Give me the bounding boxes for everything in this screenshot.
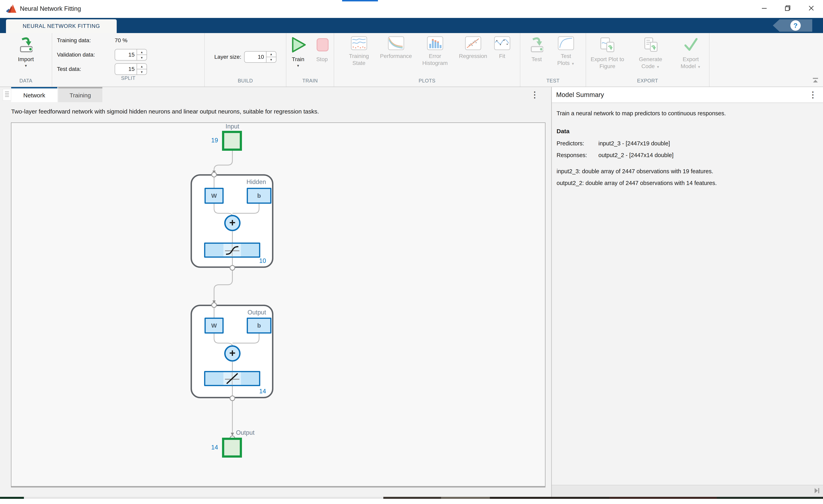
model-summary-title: Model Summary [556, 91, 604, 99]
layer-size-step-down-icon[interactable]: ▼ [267, 57, 276, 62]
data-heading: Data [556, 128, 817, 135]
output-layer-label: Output [248, 309, 266, 316]
minimize-button[interactable] [753, 0, 776, 16]
output-node[interactable] [222, 438, 242, 458]
diagram-connectors [11, 123, 545, 486]
tab-training[interactable]: Training [58, 87, 102, 102]
expand-panel-icon[interactable] [814, 487, 820, 495]
error-histogram-icon [427, 36, 443, 51]
validation-step-down-icon[interactable]: ▼ [137, 55, 147, 60]
export-model-icon [682, 36, 699, 54]
training-data-value: 70 % [115, 37, 128, 44]
import-caret-icon: ▼ [24, 64, 28, 68]
document-options-menu[interactable]: ⋮ [530, 90, 539, 100]
test-data-label: Test data: [57, 66, 115, 72]
generate-code-icon [642, 36, 659, 54]
export-model-label: Export Model▼ [676, 56, 705, 70]
test-button: Test [526, 36, 547, 63]
input-node-label: Input [218, 123, 246, 130]
input-node[interactable] [222, 131, 242, 151]
test-data-input[interactable] [115, 64, 137, 74]
collapse-ribbon-button[interactable] [812, 77, 819, 85]
section-label-plots: PLOTS [336, 78, 518, 87]
section-train: Train ▼ Stop TRAIN [286, 33, 334, 87]
matlab-logo-icon [6, 4, 17, 15]
sigmoid-activation-icon [223, 244, 241, 257]
hidden-layer-size: 10 [259, 257, 266, 265]
hidden-activation-box[interactable] [204, 242, 260, 258]
layer-size-input[interactable] [244, 51, 266, 62]
test-plots-caret-icon: ▼ [571, 62, 575, 66]
test-step-down-icon[interactable]: ▼ [137, 69, 147, 74]
predictors-row: Predictors: input2_3 - [2447x19 double] [556, 140, 817, 147]
background-window-accent [342, 0, 378, 1]
validation-data-input[interactable] [115, 49, 137, 60]
stop-button: Stop [311, 36, 333, 63]
output-bias-box[interactable]: b [247, 318, 272, 334]
output-sum-node[interactable]: + [224, 345, 240, 362]
linear-activation-icon [223, 372, 241, 385]
export-plot-label: Export Plot to Figure [590, 56, 625, 70]
error-histogram-label: Error Histogram [420, 52, 450, 66]
validation-data-spinner[interactable]: ▲ ▼ [115, 49, 147, 60]
performance-icon [388, 36, 404, 51]
hidden-layer-label: Hidden [246, 178, 266, 186]
train-caret-icon: ▼ [297, 64, 300, 68]
fit-label: Fit [499, 52, 505, 59]
test-plots-icon [558, 36, 574, 51]
export-plot-icon [599, 36, 616, 54]
section-label-train: TRAIN [288, 78, 332, 87]
section-plots: Training State Performance [334, 33, 520, 87]
section-label-build: BUILD [206, 78, 284, 87]
generate-code-label: Generate Code▼ [635, 56, 666, 70]
hidden-bias-box[interactable]: b [247, 188, 272, 204]
model-summary-intro: Train a neural network to map predictors… [556, 110, 817, 117]
performance-button: Performance [379, 36, 413, 60]
test-data-spinner[interactable]: ▲ ▼ [115, 63, 147, 75]
output-activation-box[interactable] [204, 371, 260, 386]
predictors-note: input2_3: double array of 2447 observati… [556, 168, 817, 175]
regression-label: Regression [459, 52, 487, 59]
dock-grip-icon[interactable] [3, 89, 11, 101]
training-state-button: Training State [344, 36, 374, 67]
network-diagram-canvas[interactable]: Input 19 Hidden 10 W b + [11, 123, 545, 488]
network-document-area: Network Training ⋮ Two-layer feedforward… [0, 87, 551, 497]
tab-neural-network-fitting[interactable]: NEURAL NETWORK FITTING [6, 19, 117, 33]
stop-icon [313, 36, 331, 54]
layer-size-spinner[interactable]: ▲ ▼ [244, 51, 276, 63]
responses-row: Responses: output2_2 - [2447x14 double] [556, 152, 817, 159]
import-icon [17, 36, 34, 54]
export-plot-to-figure-button: Export Plot to Figure [588, 36, 627, 70]
section-data: Import ▼ DATA [0, 33, 52, 87]
output-node-label: Output [236, 429, 255, 436]
help-button[interactable]: ? [773, 19, 812, 32]
tab-network[interactable]: Network [11, 87, 57, 102]
performance-label: Performance [380, 52, 412, 59]
responses-label: Responses: [556, 152, 599, 159]
import-button[interactable]: Import ▼ [15, 36, 36, 68]
train-icon [290, 36, 307, 54]
train-button[interactable]: Train ▼ [288, 36, 309, 68]
restore-button[interactable] [776, 0, 800, 16]
section-split: Training data: 70 % Validation data: ▲ ▼… [52, 33, 205, 87]
test-plots-label: Test Plots▼ [554, 52, 578, 67]
test-step-up-icon[interactable]: ▲ [137, 64, 147, 69]
hidden-weights-box[interactable]: W [204, 188, 224, 204]
document-tab-strip: Network Training ⋮ [0, 87, 551, 102]
layer-size-label: Layer size: [214, 54, 241, 60]
section-label-test: TEST [522, 78, 584, 87]
layer-size-step-up-icon[interactable]: ▲ [267, 51, 276, 57]
panel-footer-bar [552, 485, 823, 497]
training-state-label: Training State [346, 52, 372, 66]
training-state-icon [351, 36, 367, 51]
model-summary-panel: Model Summary ⋮ Train a neural network t… [552, 87, 823, 497]
close-button[interactable] [800, 0, 823, 16]
network-description: Two-layer feedforward network with sigmo… [11, 108, 551, 115]
model-summary-options-menu[interactable]: ⋮ [809, 90, 817, 100]
test-label: Test [531, 56, 542, 63]
validation-step-up-icon[interactable]: ▲ [137, 49, 147, 55]
fit-button: Fit [494, 36, 510, 60]
output-weights-box[interactable]: W [204, 318, 224, 334]
hidden-sum-node[interactable]: + [224, 215, 240, 231]
background-taskbar-sliver [0, 497, 823, 499]
